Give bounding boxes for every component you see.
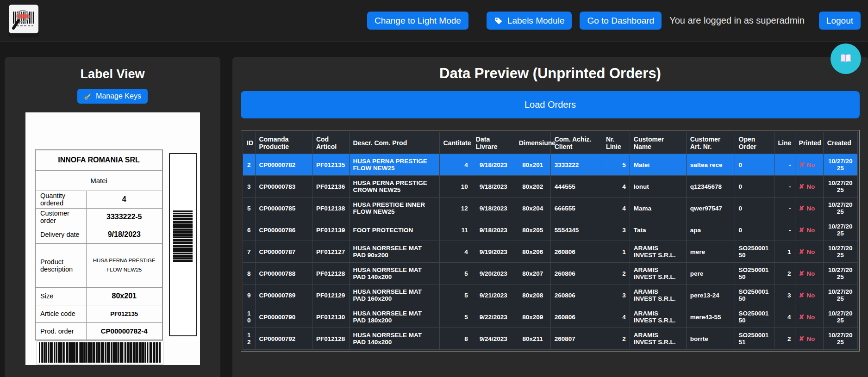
cell-line[interactable]: - xyxy=(774,154,795,176)
cell-cantitate[interactable]: 5 xyxy=(439,306,472,328)
cell-open_order[interactable]: 0 xyxy=(735,219,774,241)
cell-customer_art[interactable]: pere13-24 xyxy=(686,284,735,306)
cell-customer_art[interactable]: borrte xyxy=(686,328,735,350)
cell-printed[interactable]: ✘No xyxy=(795,328,823,350)
cell-customer_art[interactable]: qwer97547 xyxy=(686,198,735,219)
cell-created[interactable]: 10/27/2025 xyxy=(823,198,857,219)
cell-nr_linie[interactable]: 1 xyxy=(602,241,630,263)
cell-dimensiune[interactable]: 80x204 xyxy=(515,198,550,219)
column-header-comanda[interactable]: Comanda Productie xyxy=(255,132,312,154)
cell-comanda[interactable]: CP00000792 xyxy=(255,328,312,350)
cell-nr_linie[interactable]: 2 xyxy=(602,263,630,284)
cell-descr[interactable]: HUSA NORRSELE MAT PAD 180x200 xyxy=(349,306,439,328)
cell-cod[interactable]: PF012129 xyxy=(312,284,349,306)
column-header-id[interactable]: ID xyxy=(243,132,256,154)
cell-customer_name[interactable]: Ionut xyxy=(630,176,686,198)
cell-comanda[interactable]: CP00000789 xyxy=(255,284,312,306)
cell-customer_name[interactable]: Mama xyxy=(630,198,686,219)
cell-id[interactable]: 5 xyxy=(243,198,256,219)
table-row[interactable]: 10CP00000790PF012130HUSA NORRSELE MAT PA… xyxy=(243,306,858,328)
cell-open_order[interactable]: 0 xyxy=(735,198,774,219)
column-header-data_livrare[interactable]: Data Livrare xyxy=(472,132,515,154)
cell-data_livrare[interactable]: 9/22/2023 xyxy=(472,306,515,328)
cell-cantitate[interactable]: 8 xyxy=(439,328,472,350)
cell-line[interactable]: - xyxy=(774,176,795,198)
cell-printed[interactable]: ✘No xyxy=(795,198,823,219)
cell-data_livrare[interactable]: 9/20/2023 xyxy=(472,263,515,284)
cell-data_livrare[interactable]: 9/18/2023 xyxy=(472,198,515,219)
cell-line[interactable]: - xyxy=(774,219,795,241)
cell-cod[interactable]: PF012139 xyxy=(312,219,349,241)
cell-printed[interactable]: ✘No xyxy=(795,154,823,176)
cell-comanda[interactable]: CP00000783 xyxy=(255,176,312,198)
cell-id[interactable]: 8 xyxy=(243,263,256,284)
cell-nr_linie[interactable]: 3 xyxy=(602,284,630,306)
manage-keys-button[interactable]: Manage Keys xyxy=(77,89,148,104)
logout-button[interactable]: Logout xyxy=(819,12,861,30)
cell-line[interactable]: 2 xyxy=(774,263,795,284)
cell-customer_name[interactable]: ARAMIS INVEST S.R.L. xyxy=(630,328,686,350)
cell-descr[interactable]: HUSA NORRSELE MAT PAD 90x200 xyxy=(349,241,439,263)
cell-nr_linie[interactable]: 4 xyxy=(602,176,630,198)
cell-com_achiz[interactable]: 260806 xyxy=(550,284,602,306)
cell-open_order[interactable]: SO25000150 xyxy=(735,306,774,328)
cell-created[interactable]: 10/27/2025 xyxy=(823,306,857,328)
cell-cantitate[interactable]: 12 xyxy=(439,198,472,219)
cell-created[interactable]: 10/27/2025 xyxy=(823,263,857,284)
table-row[interactable]: 2CP00000782PF012135HUSA PERNA PRESTIGE F… xyxy=(243,154,858,176)
cell-id[interactable]: 9 xyxy=(243,284,256,306)
cell-cod[interactable]: PF012128 xyxy=(312,263,349,284)
cell-created[interactable]: 10/27/2025 xyxy=(823,284,857,306)
cell-line[interactable]: 2 xyxy=(774,328,795,350)
cell-customer_name[interactable]: ARAMIS INVEST S.R.L. xyxy=(630,284,686,306)
app-logo[interactable] xyxy=(8,4,39,37)
table-row[interactable]: 5CP00000785PF012138HUSA PRESTIGE INNER F… xyxy=(243,198,858,219)
column-header-nr_linie[interactable]: Nr. Linie xyxy=(602,132,630,154)
cell-descr[interactable]: HUSA PERNA PRESTIGE FLOW NEW25 xyxy=(349,154,439,176)
load-orders-button[interactable]: Load Orders xyxy=(241,91,860,118)
column-header-customer_name[interactable]: Customer Name xyxy=(630,132,686,154)
cell-nr_linie[interactable]: 4 xyxy=(602,306,630,328)
cell-cantitate[interactable]: 10 xyxy=(439,176,472,198)
cell-id[interactable]: 7 xyxy=(243,241,256,263)
column-header-cantitate[interactable]: Cantitate xyxy=(439,132,472,154)
cell-customer_art[interactable]: apa xyxy=(686,219,735,241)
cell-customer_art[interactable]: mere43-55 xyxy=(686,306,735,328)
cell-cantitate[interactable]: 11 xyxy=(439,219,472,241)
cell-cantitate[interactable]: 5 xyxy=(439,263,472,284)
cell-data_livrare[interactable]: 9/18/2023 xyxy=(472,219,515,241)
column-header-descr[interactable]: Descr. Com. Prod xyxy=(349,132,439,154)
cell-nr_linie[interactable]: 5 xyxy=(602,154,630,176)
cell-dimensiune[interactable]: 80x206 xyxy=(515,241,550,263)
cell-com_achiz[interactable]: 666555 xyxy=(550,198,602,219)
cell-open_order[interactable]: SO25000150 xyxy=(735,263,774,284)
cell-descr[interactable]: HUSA NORRSELE MAT PAD 140x200 xyxy=(349,263,439,284)
module-book-button[interactable] xyxy=(831,43,861,74)
change-light-mode-button[interactable]: Change to Light Mode xyxy=(367,12,468,30)
cell-printed[interactable]: ✘No xyxy=(795,176,823,198)
cell-customer_name[interactable]: ARAMIS INVEST S.R.L. xyxy=(630,241,686,263)
column-header-com_achiz[interactable]: Com. Achiz. Client xyxy=(550,132,602,154)
cell-open_order[interactable]: 0 xyxy=(735,176,774,198)
column-header-created[interactable]: Created xyxy=(823,132,857,154)
table-row[interactable]: 8CP00000788PF012128HUSA NORRSELE MAT PAD… xyxy=(243,263,858,284)
cell-comanda[interactable]: CP00000782 xyxy=(255,154,312,176)
cell-descr[interactable]: HUSA NORRSELE MAT PAD 160x200 xyxy=(349,284,439,306)
cell-dimensiune[interactable]: 80x207 xyxy=(515,263,550,284)
cell-cod[interactable]: PF012138 xyxy=(312,198,349,219)
cell-open_order[interactable]: 0 xyxy=(735,154,774,176)
cell-data_livrare[interactable]: 9/18/2023 xyxy=(472,154,515,176)
column-header-printed[interactable]: Printed xyxy=(795,132,823,154)
cell-created[interactable]: 10/27/2025 xyxy=(823,328,857,350)
cell-com_achiz[interactable]: 444555 xyxy=(550,176,602,198)
cell-line[interactable]: 1 xyxy=(774,241,795,263)
cell-customer_art[interactable]: pere xyxy=(686,263,735,284)
column-header-dimensiune[interactable]: Dimensiune xyxy=(515,132,550,154)
cell-created[interactable]: 10/27/2025 xyxy=(823,241,857,263)
cell-id[interactable]: 3 xyxy=(243,176,256,198)
cell-customer_name[interactable]: Matei xyxy=(630,154,686,176)
cell-nr_linie[interactable]: 4 xyxy=(602,198,630,219)
cell-comanda[interactable]: CP00000787 xyxy=(255,241,312,263)
cell-customer_art[interactable]: mere xyxy=(686,241,735,263)
cell-data_livrare[interactable]: 9/24/2023 xyxy=(472,328,515,350)
